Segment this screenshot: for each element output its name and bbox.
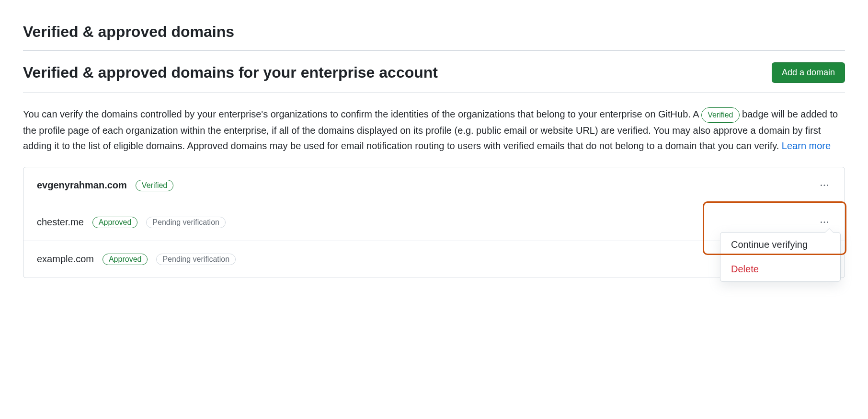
domains-list: evgenyrahman.com Verified chester.me App…: [23, 167, 845, 278]
domain-name: evgenyrahman.com: [37, 180, 127, 191]
status-badge-pending: Pending verification: [156, 254, 236, 265]
learn-more-link[interactable]: Learn more: [782, 140, 831, 151]
status-badge-approved: Approved: [92, 217, 138, 228]
status-badge-pending: Pending verification: [146, 217, 226, 228]
status-badge-verified: Verified: [136, 180, 173, 191]
description-part1: You can verify the domains controlled by…: [23, 109, 701, 119]
domain-row: chester.me Approved Pending verification…: [23, 204, 845, 241]
kebab-menu-button[interactable]: [818, 179, 831, 192]
description-text: You can verify the domains controlled by…: [23, 106, 845, 153]
domain-name: chester.me: [37, 217, 84, 228]
domain-row: evgenyrahman.com Verified: [23, 167, 845, 204]
domain-name: example.com: [37, 254, 94, 265]
page-title: Verified & approved domains: [23, 23, 845, 51]
section-header: Verified & approved domains for your ent…: [23, 62, 845, 93]
continue-verifying-menu-item[interactable]: Continue verifying: [720, 233, 840, 257]
domain-actions-dropdown: Continue verifying Delete: [720, 232, 841, 282]
status-badge-approved: Approved: [103, 254, 148, 265]
delete-menu-item[interactable]: Delete: [720, 257, 840, 281]
verified-badge-inline: Verified: [701, 107, 739, 123]
add-domain-button[interactable]: Add a domain: [772, 62, 845, 83]
section-title: Verified & approved domains for your ent…: [23, 64, 438, 81]
kebab-menu-button[interactable]: [818, 216, 831, 229]
